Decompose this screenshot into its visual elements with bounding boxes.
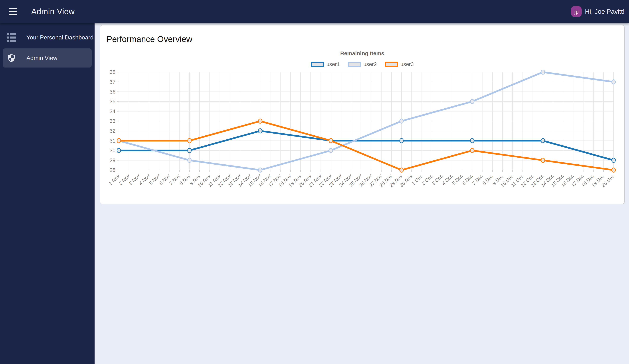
sidebar-item-label: Your Personal Dashboard [26,34,93,41]
data-point-user3 [117,138,121,143]
chart-title: Remaining Items [107,50,618,56]
x-tick-label: 5 Nov [148,173,161,186]
app-root: Admin View jp Hi, Joe Pavitt! Your Perso… [0,0,629,364]
data-point-user1 [400,138,403,143]
data-point-user3 [541,158,545,163]
data-point-user3 [329,138,333,143]
data-point-user1 [117,148,121,153]
legend-item-user1[interactable]: user1 [311,61,340,67]
x-tick-label: 2 Dec [420,173,434,186]
line-chart-svg: 28293031323334353637381 Nov2 Nov3 Nov4 N… [107,70,618,196]
legend-item-user3[interactable]: user3 [385,61,414,67]
data-point-user2 [188,158,191,163]
data-point-user2 [541,70,545,74]
x-tick-label: 1 Dec [411,173,424,186]
x-tick-label: 6 Nov [158,173,171,186]
legend-label: user3 [400,61,414,67]
chart-legend: user1user2user3 [107,61,618,67]
x-tick-label: 8 Nov [178,173,191,186]
y-tick-label: 30 [110,147,116,153]
legend-swatch [311,62,324,67]
card-title: Performance Overview [107,34,618,44]
user-greeting: Hi, Joe Pavitt! [585,8,625,15]
y-tick-label: 36 [110,89,116,95]
x-tick-label: 4 Nov [138,173,151,186]
x-tick-label: 7 Nov [168,173,181,186]
y-tick-label: 38 [110,70,116,75]
sidebar-item-label: Admin View [26,55,57,61]
main-area: Performance Overview Remaining Items use… [95,23,629,364]
data-point-user3 [258,119,262,123]
legend-swatch [348,62,361,67]
page-title: Admin View [31,7,75,16]
sidebar: Your Personal Dashboard [0,23,95,364]
chart-canvas[interactable]: 28293031323334353637381 Nov2 Nov3 Nov4 N… [107,70,618,197]
legend-label: user2 [363,61,377,67]
sidebar-item-personal-dashboard[interactable]: Your Personal Dashboard [0,28,95,47]
y-tick-label: 31 [110,138,116,144]
data-point-user3 [612,168,616,172]
x-tick-label: 2 Nov [118,173,131,186]
data-point-user3 [400,168,403,172]
avatar[interactable]: jp [571,6,582,17]
data-point-user2 [400,119,403,123]
content-row: Your Personal Dashboard [0,23,629,364]
y-tick-label: 35 [110,99,116,104]
x-tick-label: 4 Dec [441,173,454,186]
y-tick-label: 33 [110,118,116,124]
data-point-user1 [258,129,262,133]
shield-icon [7,53,18,63]
x-tick-label: 7 Dec [471,173,484,186]
data-point-user2 [329,148,333,153]
sidebar-item-admin-view[interactable]: Admin View [3,48,92,68]
data-point-user2 [258,168,262,172]
legend-swatch [385,62,398,67]
data-point-user3 [188,138,191,143]
data-point-user1 [188,148,191,153]
y-tick-label: 37 [110,79,116,85]
data-point-user1 [612,158,616,163]
data-point-user2 [612,80,616,84]
dashboard-list-icon [7,33,18,42]
series-line-user3 [119,121,614,170]
x-tick-label: 6 Dec [461,173,474,186]
data-point-user2 [470,99,474,104]
y-tick-label: 34 [110,109,116,114]
data-point-user3 [470,148,474,153]
legend-item-user2[interactable]: user2 [348,61,377,67]
data-point-user1 [541,138,545,143]
y-tick-label: 32 [110,128,116,134]
performance-overview-card: Performance Overview Remaining Items use… [100,25,625,204]
x-tick-label: 3 Dec [431,173,444,186]
legend-label: user1 [326,61,340,67]
menu-hamburger-icon[interactable] [9,6,20,17]
x-tick-label: 1 Nov [108,173,121,186]
data-point-user1 [470,138,474,143]
top-bar: Admin View jp Hi, Joe Pavitt! [0,0,629,23]
x-tick-label: 3 Nov [128,173,141,186]
x-tick-label: 5 Dec [451,173,464,186]
y-tick-label: 28 [110,167,116,173]
x-tick-label: 8 Dec [481,173,494,186]
y-tick-label: 29 [110,157,116,163]
